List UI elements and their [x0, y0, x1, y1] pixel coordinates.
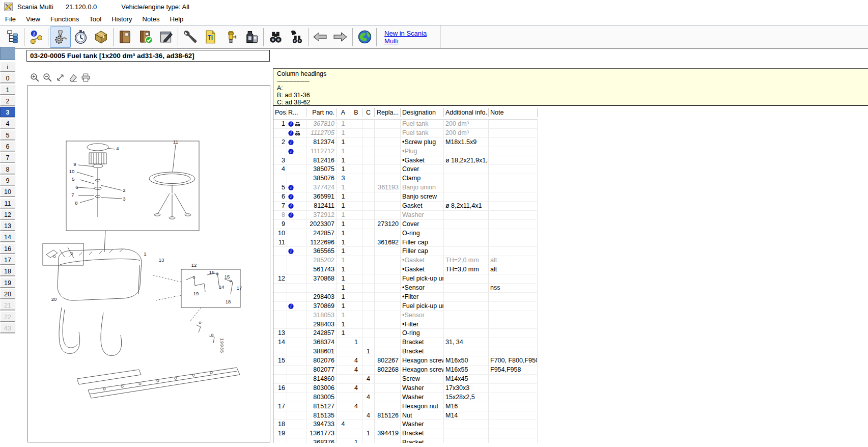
notebook-button[interactable]: [115, 26, 135, 48]
table-row[interactable]: 38124161•Gasketø 18,2x21,9x1,5: [273, 156, 538, 165]
new-in-scania-multi-link[interactable]: New in Scania Multi: [384, 30, 440, 45]
table-row[interactable]: 3180531•Sensor: [273, 311, 538, 320]
menu-file[interactable]: File: [0, 14, 21, 24]
table-row[interactable]: 183947334Washer: [273, 420, 538, 429]
sidebar-item-20[interactable]: 20: [0, 289, 15, 299]
table-row[interactable]: i3708691Fuel pick-up unit: [273, 302, 538, 311]
menu-notes[interactable]: Notes: [137, 14, 165, 24]
column-header-a[interactable]: A: [337, 108, 350, 117]
info-icon[interactable]: i: [288, 139, 294, 145]
table-row[interactable]: 2852021•GasketTH=2,0 mmalt: [273, 256, 538, 265]
table-row[interactable]: 8151354815126NutM14: [273, 411, 538, 421]
info-icon[interactable]: i: [288, 130, 294, 136]
table-row[interactable]: 8020774802268Hexagon screwM16x55F954,F95…: [273, 366, 538, 375]
column-header-info[interactable]: Additional info...: [444, 108, 489, 117]
column-header-r[interactable]: R...: [287, 108, 306, 117]
table-row[interactable]: 2984031•Filter: [273, 320, 538, 329]
column-header-b[interactable]: B: [350, 108, 362, 117]
table-row[interactable]: 123708681Fuel pick-up unit: [273, 274, 538, 284]
table-row[interactable]: 178151274Hexagon nutM16: [273, 402, 538, 411]
package-button[interactable]: [91, 26, 111, 48]
table-row[interactable]: 43850751Cover: [273, 165, 538, 174]
info-icon[interactable]: i: [288, 212, 294, 218]
table-row[interactable]: 1913617731394419Bracket: [273, 429, 538, 438]
table-row[interactable]: 1•Sensornss: [273, 284, 538, 293]
table-row[interactable]: 8148604ScrewM14x45: [273, 375, 538, 384]
info-icon[interactable]: i: [288, 149, 294, 154]
search-result-button[interactable]: [286, 26, 306, 48]
back-button[interactable]: [310, 26, 330, 48]
zoom-out-icon[interactable]: [42, 72, 52, 82]
table-row[interactable]: 2984031•Filter: [273, 293, 538, 302]
sidebar-item-17[interactable]: 17: [0, 255, 15, 265]
info-icon[interactable]: i: [288, 248, 294, 254]
table-row[interactable]: i11127051Fuel tank200 dm³: [273, 129, 538, 138]
info-icon[interactable]: i: [288, 203, 294, 209]
info-icon[interactable]: i: [288, 185, 294, 190]
table-row[interactable]: 168030064Washer17x30x3: [273, 384, 538, 393]
sidebar-item-18[interactable]: 18: [0, 266, 15, 276]
menu-help[interactable]: Help: [165, 14, 189, 24]
menu-history[interactable]: History: [106, 14, 137, 24]
sidebar-item-0[interactable]: 0: [0, 73, 15, 83]
spare-parts-button[interactable]: [50, 26, 70, 48]
table-row[interactable]: 143683741Bracket31, 34: [273, 338, 538, 347]
notebook-check-button[interactable]: [135, 26, 156, 48]
globe-button[interactable]: [354, 26, 375, 48]
sidebar-item-9[interactable]: 9: [0, 175, 15, 185]
sidebar-item-13[interactable]: 13: [0, 220, 15, 231]
sidebar-item-19[interactable]: 19: [0, 277, 15, 288]
print-icon[interactable]: [80, 72, 91, 82]
table-row[interactable]: 920233071273120Cover: [273, 220, 538, 229]
sidebar-item-3[interactable]: 3: [0, 107, 15, 117]
sidebar-item-5[interactable]: 5: [0, 130, 15, 140]
table-row[interactable]: 1111226961361692Filler cap: [273, 238, 538, 247]
column-header-c[interactable]: C: [362, 108, 375, 117]
menu-functions[interactable]: Functions: [45, 14, 84, 24]
column-header-pos[interactable]: Pos.: [273, 108, 287, 117]
info-icon[interactable]: i: [288, 121, 294, 127]
sidebar-item-2[interactable]: 2: [0, 96, 15, 106]
sidebar-item-11[interactable]: 11: [0, 198, 15, 208]
table-row[interactable]: 5i3774241361193Banjo union: [273, 183, 538, 192]
zoom-in-icon[interactable]: [30, 72, 40, 82]
fit-view-icon[interactable]: [55, 72, 65, 82]
ti-document-button[interactable]: Ti: [201, 26, 221, 48]
binoculars-icon[interactable]: [295, 121, 300, 127]
table-row[interactable]: 3683761Bracket: [273, 438, 538, 443]
menu-tool[interactable]: Tool: [84, 14, 106, 24]
table-row[interactable]: 2i8123741•Screw plugM18x1.5x9: [273, 138, 538, 147]
table-row[interactable]: 8i3729121Washer: [273, 211, 538, 220]
eraser-icon[interactable]: [68, 72, 78, 82]
info-icon[interactable]: i: [288, 194, 294, 200]
table-row[interactable]: 7i8124111Gasketø 8,2x11,4x1: [273, 202, 538, 211]
sidebar-item-7[interactable]: 7: [0, 152, 15, 162]
product-tree-button[interactable]: [2, 26, 22, 48]
table-row[interactable]: 3886011Bracket: [273, 347, 538, 356]
info-icon[interactable]: i: [288, 303, 294, 309]
table-row[interactable]: i11127121•Plug: [273, 147, 538, 156]
tools-button[interactable]: [180, 26, 200, 48]
oil-info-button[interactable]: [241, 26, 262, 48]
column-header-desig[interactable]: Designation: [401, 108, 444, 117]
sidebar-item-i[interactable]: i: [0, 62, 15, 72]
table-row[interactable]: 132428571O-ring: [273, 329, 538, 338]
table-row[interactable]: 6i3659911Banjo screw: [273, 192, 538, 202]
vehicle-info-button[interactable]: i: [26, 26, 46, 48]
table-row[interactable]: i3655651Filler cap: [273, 247, 538, 256]
column-header-part[interactable]: Part no.: [306, 108, 337, 117]
table-row[interactable]: 102428571O-ring: [273, 229, 538, 238]
menu-view[interactable]: View: [21, 14, 45, 24]
table-row[interactable]: 1i3678101Fuel tank200 dm³: [273, 120, 538, 129]
sidebar-item-8[interactable]: 8: [0, 164, 15, 174]
sidebar-item-14[interactable]: 14: [0, 232, 15, 242]
search-button[interactable]: [265, 26, 286, 48]
sidebar-item-4[interactable]: 4: [0, 118, 15, 128]
sidebar-item-6[interactable]: 6: [0, 141, 15, 151]
section-title-field[interactable]: 03-20-0005 Fuel tank [1x200 dm³ ad31-36,…: [26, 50, 270, 62]
table-row[interactable]: 5617431•GasketTH=3,0 mmalt: [273, 265, 538, 274]
sidebar-item-12[interactable]: 12: [0, 209, 15, 219]
sidebar-item-16[interactable]: 16: [0, 243, 15, 254]
table-row[interactable]: 3850763Clamp: [273, 174, 538, 183]
illustration-canvas[interactable]: 4119105678231131216151417191820 19935: [27, 85, 270, 442]
